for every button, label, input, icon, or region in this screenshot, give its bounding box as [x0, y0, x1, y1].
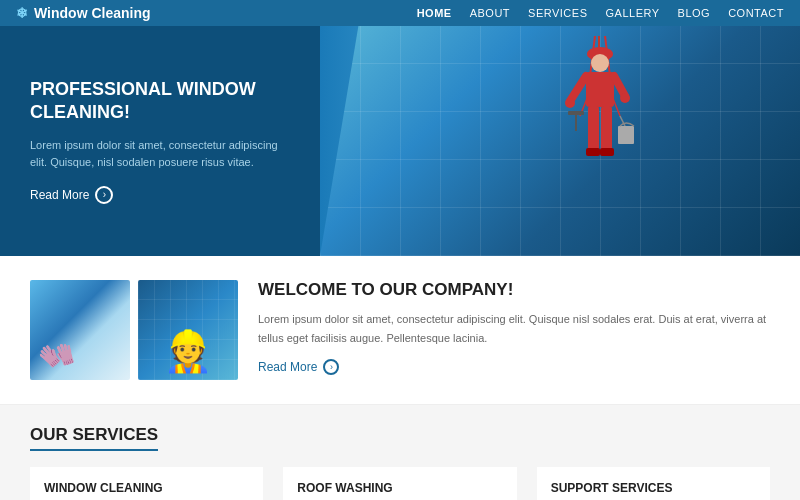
hero-read-more-label: Read More — [30, 188, 89, 202]
main-nav: HOME ABOUT SERVICES GALLERY BLOG CONTACT — [417, 7, 784, 19]
svg-rect-4 — [568, 111, 584, 115]
hero-section: PROFESSIONAL WINDOW CLEANING! Lorem ipsu… — [0, 26, 800, 256]
worker-figure — [560, 36, 640, 216]
welcome-read-more-button[interactable]: Read More › — [258, 359, 339, 375]
svg-line-12 — [614, 76, 625, 96]
site-header: ❄ Window Cleaning HOME ABOUT SERVICES GA… — [0, 0, 800, 26]
nav-blog[interactable]: BLOG — [678, 7, 711, 19]
hero-content: PROFESSIONAL WINDOW CLEANING! Lorem ipsu… — [0, 78, 320, 204]
nav-gallery[interactable]: GALLERY — [606, 7, 660, 19]
service-card-support-services: SUPPORT SERVICES Lorem unique et pharetr… — [537, 467, 770, 500]
services-section-title: OUR SERVICES — [30, 425, 158, 451]
nav-about[interactable]: ABOUT — [470, 7, 510, 19]
nav-services[interactable]: SERVICES — [528, 7, 587, 19]
hero-description: Lorem ipsum dolor sit amet, consectetur … — [30, 137, 290, 172]
services-grid: WINDOW CLEANING Lorem unique et pharetra… — [30, 467, 770, 500]
nav-contact[interactable]: CONTACT — [728, 7, 784, 19]
svg-rect-10 — [586, 72, 614, 107]
svg-point-14 — [620, 93, 630, 103]
logo-icon: ❄ — [16, 5, 28, 21]
services-section: OUR SERVICES WINDOW CLEANING Lorem uniqu… — [0, 405, 800, 500]
welcome-images — [30, 280, 238, 380]
svg-point-9 — [591, 54, 609, 72]
svg-rect-18 — [600, 148, 614, 156]
svg-line-11 — [570, 76, 586, 101]
hero-arrow-icon: › — [95, 186, 113, 204]
logo-text: Window Cleaning — [34, 5, 151, 21]
service-card-window-cleaning: WINDOW CLEANING Lorem unique et pharetra… — [30, 467, 263, 500]
welcome-read-more-label: Read More — [258, 360, 317, 374]
welcome-text: Lorem ipsum dolor sit amet, consectetur … — [258, 310, 770, 347]
service-title-1: ROOF WASHING — [297, 481, 502, 495]
welcome-content: WELCOME TO OUR COMPANY! Lorem ipsum dolo… — [258, 280, 770, 375]
welcome-title: WELCOME TO OUR COMPANY! — [258, 280, 770, 300]
svg-point-13 — [565, 98, 575, 108]
svg-rect-7 — [618, 126, 634, 144]
service-title-0: WINDOW CLEANING — [44, 481, 249, 495]
svg-rect-15 — [588, 106, 599, 151]
svg-rect-17 — [586, 148, 600, 156]
service-card-roof-washing: ROOF WASHING Lorem unique et pharetra ar… — [283, 467, 516, 500]
hero-title: PROFESSIONAL WINDOW CLEANING! — [30, 78, 290, 125]
service-title-2: SUPPORT SERVICES — [551, 481, 756, 495]
welcome-section: WELCOME TO OUR COMPANY! Lorem ipsum dolo… — [0, 256, 800, 405]
glove-image — [30, 280, 130, 380]
nav-home[interactable]: HOME — [417, 7, 452, 19]
welcome-arrow-icon: › — [323, 359, 339, 375]
worker-image — [138, 280, 238, 380]
hero-read-more-button[interactable]: Read More › — [30, 186, 113, 204]
logo[interactable]: ❄ Window Cleaning — [16, 5, 151, 21]
svg-rect-16 — [601, 106, 612, 151]
